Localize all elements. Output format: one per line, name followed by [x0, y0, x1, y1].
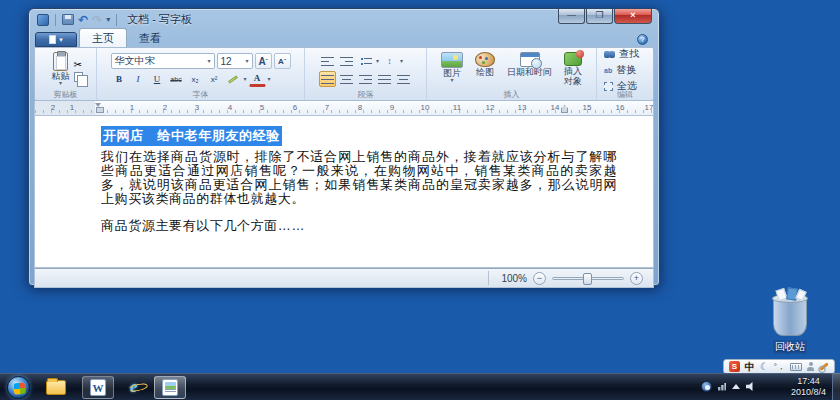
- font-name-select[interactable]: 华文中宋 ▾: [111, 53, 215, 69]
- highlight-color-button[interactable]: [225, 71, 242, 87]
- ruler[interactable]: 2 1 1 2 3 4 5 6 7 8 9 10 11 12 13 14 15 …: [34, 101, 654, 116]
- separator: [488, 271, 489, 285]
- indent-marker-right[interactable]: [561, 105, 568, 113]
- chevron-down-icon[interactable]: ▾: [268, 77, 271, 82]
- font-color-button[interactable]: A: [249, 71, 266, 87]
- cut-icon[interactable]: ✂: [74, 59, 83, 70]
- zoom-in-button[interactable]: +: [630, 272, 643, 285]
- wordpad-app-icon[interactable]: [37, 14, 49, 26]
- paint-palette-icon: [475, 52, 495, 67]
- taskbar-wordpad-button[interactable]: [154, 376, 186, 399]
- taskbar-clock[interactable]: 17:44 2010/8/4: [791, 373, 826, 400]
- punctuation-toggle-icon[interactable]: °，: [774, 361, 785, 372]
- document-title-selected[interactable]: 开网店 给中老年朋友的经验: [101, 126, 282, 146]
- paste-button[interactable]: 粘贴 ▾: [49, 51, 73, 89]
- line-spacing-icon: ↕: [387, 56, 392, 66]
- replace-icon: ab: [604, 67, 612, 74]
- show-desktop-button[interactable]: [832, 373, 840, 400]
- desktop[interactable]: ↶ ↷ ▾ 文档 - 写字板 — ❐ × ▾ 主页 查看 ?: [0, 0, 840, 400]
- tab-view[interactable]: 查看: [127, 29, 173, 47]
- insert-picture-button[interactable]: 图片 ▾: [438, 51, 466, 84]
- tray-show-hidden-icons[interactable]: [732, 384, 740, 389]
- find-button[interactable]: 查找: [604, 47, 639, 61]
- help-icon[interactable]: ?: [637, 34, 648, 45]
- grow-font-button[interactable]: Aˆ: [255, 53, 272, 69]
- taskbar-explorer-button[interactable]: [39, 376, 73, 399]
- align-center-button[interactable]: [338, 71, 355, 87]
- subscript-button[interactable]: x₂: [187, 71, 204, 87]
- fullwidth-toggle-icon[interactable]: ☾: [760, 361, 769, 372]
- zoom-out-button[interactable]: −: [533, 272, 546, 285]
- strikethrough-button[interactable]: abc: [168, 71, 185, 87]
- paragraph-dialog-button[interactable]: [395, 71, 412, 87]
- ruler-number: 14: [551, 103, 560, 112]
- document-paragraph[interactable]: 我们在选择商品货源时，排除了不适合网上销售的商品外，接着就应该分析与了解哪些商品…: [101, 150, 617, 206]
- indent-marker-left[interactable]: [95, 103, 102, 113]
- soft-keyboard-icon[interactable]: [790, 363, 802, 371]
- redo-icon[interactable]: ↷: [92, 15, 102, 25]
- recycle-bin[interactable]: 回收站: [758, 296, 822, 354]
- taskbar-word-button[interactable]: W: [82, 376, 114, 399]
- shrink-font-button[interactable]: Aˇ: [274, 53, 291, 69]
- chevron-down-icon[interactable]: ▾: [400, 59, 403, 64]
- taskbar-ie-button[interactable]: e: [123, 376, 145, 399]
- chevron-down-icon: ▾: [207, 59, 210, 64]
- italic-button[interactable]: I: [130, 71, 147, 87]
- maximize-button[interactable]: ❐: [586, 9, 613, 24]
- align-left-button[interactable]: [319, 71, 336, 87]
- windows-logo-icon: [14, 382, 26, 394]
- line-spacing-button[interactable]: ↕: [381, 53, 398, 69]
- chevron-down-icon[interactable]: ▾: [244, 77, 247, 82]
- ime-account-icon[interactable]: [807, 362, 814, 371]
- ime-language-toggle[interactable]: 中: [745, 361, 755, 372]
- start-button[interactable]: [7, 376, 30, 399]
- increase-indent-button[interactable]: [338, 53, 355, 69]
- insert-object-button[interactable]: 插入 对象: [561, 51, 585, 87]
- justify-button[interactable]: [376, 71, 393, 87]
- superscript-button[interactable]: x²: [206, 71, 223, 87]
- folder-icon: [46, 380, 66, 395]
- list-button[interactable]: [357, 53, 374, 69]
- insert-datetime-button[interactable]: 日期和时间: [504, 51, 555, 78]
- document-paragraph[interactable]: 商品货源主要有以下几个方面……: [101, 219, 617, 233]
- sogou-ime-icon[interactable]: S: [729, 361, 740, 372]
- tab-home[interactable]: 主页: [79, 28, 127, 47]
- increase-indent-icon: [340, 57, 353, 66]
- bold-button[interactable]: B: [111, 71, 128, 87]
- find-binoculars-icon: [604, 51, 615, 58]
- align-right-button[interactable]: [357, 71, 374, 87]
- clock-date: 2010/8/4: [791, 387, 826, 398]
- undo-icon[interactable]: ↶: [78, 15, 88, 25]
- ruler-number: 10: [421, 103, 430, 112]
- app-menu-button[interactable]: ▾: [35, 32, 77, 47]
- zoom-slider[interactable]: [552, 277, 624, 280]
- highlight-pen-icon: [228, 75, 238, 83]
- zoom-slider-thumb[interactable]: [583, 273, 592, 285]
- copy-icon[interactable]: [74, 72, 83, 82]
- ime-language-bar: S 中 ☾ °，: [723, 359, 835, 374]
- ime-settings-icon[interactable]: [819, 362, 829, 371]
- recycle-bin-icon[interactable]: [773, 296, 807, 336]
- tray-volume-icon[interactable]: [746, 382, 756, 392]
- group-label-paragraph: 段落: [305, 89, 426, 100]
- font-size-select[interactable]: 12 ▾: [217, 53, 253, 69]
- save-icon[interactable]: [62, 14, 74, 25]
- tray-network-icon[interactable]: [718, 383, 726, 391]
- minimize-button[interactable]: —: [558, 9, 585, 24]
- replace-button[interactable]: ab 替换: [604, 63, 639, 77]
- align-right-icon: [359, 75, 372, 84]
- decrease-indent-button[interactable]: [319, 53, 336, 69]
- titlebar[interactable]: ↶ ↷ ▾ 文档 - 写字板 — ❐ ×: [34, 9, 654, 30]
- chevron-down-icon[interactable]: ▾: [376, 59, 379, 64]
- ruler-number: 7: [325, 103, 329, 112]
- underline-button[interactable]: U: [149, 71, 166, 87]
- qat-dropdown-icon[interactable]: ▾: [106, 15, 110, 24]
- ribbon: 粘贴 ▾ ✂ 剪贴板 华文中宋 ▾: [34, 47, 654, 101]
- decrease-indent-icon: [321, 57, 334, 66]
- document-page[interactable]: 开网店 给中老年朋友的经验 我们在选择商品货源时，排除了不适合网上销售的商品外，…: [35, 116, 653, 233]
- system-tray: [701, 373, 756, 400]
- insert-drawing-button[interactable]: 绘图: [472, 51, 498, 78]
- document-area[interactable]: 开网店 给中老年朋友的经验 我们在选择商品货源时，排除了不适合网上销售的商品外，…: [34, 116, 654, 268]
- close-button[interactable]: ×: [614, 9, 652, 24]
- tray-messenger-icon[interactable]: [701, 381, 712, 392]
